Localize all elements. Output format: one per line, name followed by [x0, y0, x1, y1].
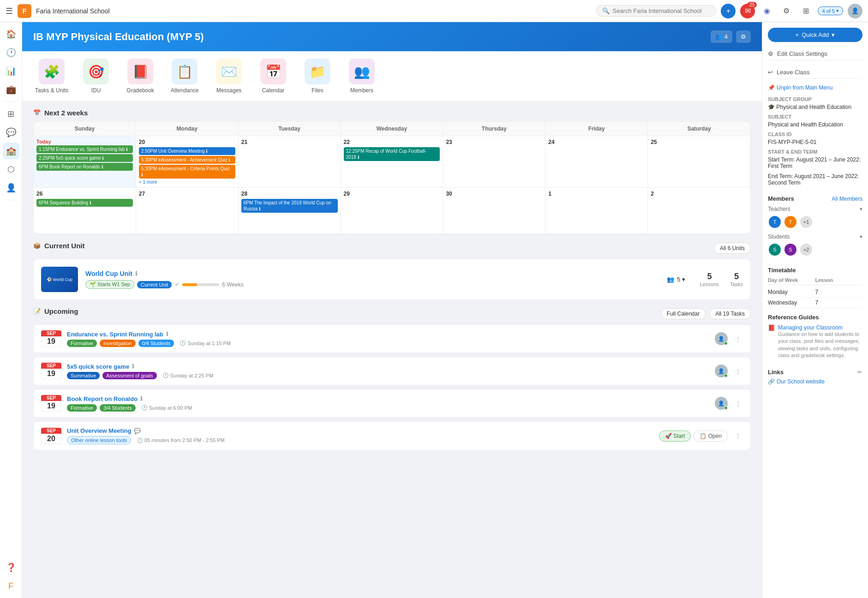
- task-name-2[interactable]: 5x5 quick score game ℹ: [67, 363, 709, 370]
- task-more-menu-2[interactable]: ⋮: [733, 366, 743, 377]
- quick-link-messages[interactable]: ✉️ Messages: [210, 59, 247, 94]
- all-members-link[interactable]: All Members: [832, 196, 862, 202]
- task-more-menu-4[interactable]: ⋮: [733, 431, 743, 441]
- start-button[interactable]: 🚀 Start: [659, 431, 691, 442]
- upcoming-actions: Full Calendar All 19 Tasks: [661, 308, 751, 319]
- teachers-expand[interactable]: ▾: [860, 206, 862, 212]
- cal-day-number: 22: [344, 139, 440, 145]
- task-item: SEP 19 Endurance vs. Sprint Running lab …: [33, 324, 751, 353]
- task-day: 20: [41, 434, 61, 444]
- timetable-row-wednesday: Wednesday 7: [768, 298, 862, 308]
- full-calendar-btn[interactable]: Full Calendar: [661, 308, 706, 319]
- cal-event[interactable]: 5:30PM eAssessment - Achievement Quiz ℹ: [139, 156, 235, 164]
- task-time-2: 🕐 Sunday at 2:25 PM: [162, 372, 214, 378]
- cal-day-24: 24: [545, 136, 648, 188]
- quick-link-attendance[interactable]: 📋 Attendance: [166, 59, 203, 94]
- quick-link-gradebook[interactable]: 📕 Gradebook: [122, 59, 159, 94]
- class-settings-header-btn[interactable]: ⚙: [736, 30, 751, 43]
- cal-more-link[interactable]: + 1 more: [139, 179, 235, 185]
- search-bar[interactable]: 🔍: [596, 5, 716, 17]
- tag-investigation: Investigation: [100, 340, 136, 347]
- school-website-link[interactable]: 🔗 Our School website: [768, 378, 862, 385]
- cal-event[interactable]: 6PM Sequence Building ℹ: [36, 199, 133, 207]
- quick-link-files[interactable]: 📁 Files: [299, 59, 336, 94]
- sidebar-grid-icon[interactable]: ⊞: [3, 106, 19, 122]
- cal-col-wed: Wednesday: [341, 122, 443, 136]
- content-area: 📅 Next 2 weeks Sunday Monday Tuesday Wed…: [22, 102, 762, 461]
- chevron-down-icon: ▾: [836, 8, 839, 14]
- sidebar-person-icon[interactable]: 👤: [3, 179, 19, 196]
- cal-event[interactable]: 6PM The Impact of the 2018 World Cup on …: [241, 199, 338, 213]
- unpin-link[interactable]: 📌 Unpin from Main Menu: [768, 84, 862, 91]
- task-name-1[interactable]: Endurance vs. Sprint Running lab ℹ: [67, 331, 709, 338]
- task-info-icon: ℹ: [166, 331, 168, 337]
- sidebar-question-icon[interactable]: ❓: [3, 559, 19, 576]
- task-date-4: SEP 20: [41, 428, 61, 444]
- reference-guides-section: Reference Guides 📕 Managing your Classro…: [768, 314, 862, 363]
- all-units-button[interactable]: All 6 Units: [714, 243, 751, 254]
- notification-icon[interactable]: ◉: [760, 4, 774, 18]
- hamburger-icon[interactable]: ☰: [6, 6, 13, 16]
- calendar-label: Calendar: [262, 87, 285, 94]
- cal-day-number: 21: [241, 139, 338, 145]
- cal-day-23: 23: [443, 136, 545, 188]
- mail-badge-count: 25: [747, 2, 757, 8]
- add-button[interactable]: +: [721, 4, 736, 18]
- quick-link-members[interactable]: 👥 Members: [343, 59, 380, 94]
- task-date-3: SEP 19: [41, 395, 61, 412]
- sidebar-faria-icon[interactable]: F: [3, 578, 19, 594]
- sidebar-divider-2: [4, 200, 18, 200]
- task-time-1: 🕐 Sunday at 1:15 PM: [180, 340, 231, 346]
- leave-class-action[interactable]: ↩ Leave Class: [768, 66, 862, 79]
- sidebar-message-icon[interactable]: 💬: [3, 124, 19, 141]
- files-icon: 📁: [305, 59, 330, 84]
- clock-icon: 🕐: [162, 372, 169, 378]
- cal-event[interactable]: 5:30PM eAssessment - Criteria Points Qui…: [139, 165, 235, 179]
- quick-link-tasks[interactable]: 🧩 Tasks & Units: [33, 59, 70, 94]
- cal-event[interactable]: 6PM Book Report on Ronaldo ℹ: [36, 163, 133, 171]
- links-section: Links ✏ 🔗 Our School website: [768, 369, 862, 385]
- task-name-4[interactable]: Unit Overview Meeting 💬: [67, 427, 653, 434]
- quick-link-idu[interactable]: 🎯 IDU: [78, 59, 114, 94]
- sidebar-clock-icon[interactable]: 🕐: [3, 44, 19, 61]
- unit-thumbnail: ⚽ World Cup: [41, 267, 78, 292]
- cal-event[interactable]: 12:25PM Recap of World Cup Football- 201…: [344, 147, 440, 161]
- edit-class-settings-action[interactable]: ⚙ Edit Class Settings: [768, 48, 862, 60]
- apps-grid-icon[interactable]: ⊞: [798, 4, 813, 18]
- quick-link-calendar[interactable]: 📅 Calendar: [255, 59, 292, 94]
- settings-icon[interactable]: ⚙: [779, 4, 794, 18]
- task-month: SEP: [41, 363, 61, 369]
- sidebar-class-icon[interactable]: 🏫: [3, 143, 19, 159]
- sidebar-home-icon[interactable]: 🏠: [3, 26, 19, 42]
- nav-user-badge[interactable]: 4 of 5 ▾: [818, 6, 843, 15]
- links-edit-icon[interactable]: ✏: [857, 369, 862, 376]
- task-more-menu-1[interactable]: ⋮: [733, 334, 743, 344]
- sidebar-chart-icon[interactable]: 📊: [3, 63, 19, 79]
- online-indicator: [724, 406, 728, 410]
- current-unit-section: 📦 Current Unit All 6 Units ⚽ World Cup W…: [33, 242, 751, 300]
- search-input[interactable]: [612, 7, 710, 14]
- cal-event[interactable]: 2:50PM Unit Overview Meeting ℹ: [139, 147, 235, 155]
- ref-guide-title[interactable]: Managing your Classroom: [778, 324, 862, 331]
- cal-day-number: 20: [139, 139, 235, 145]
- user-avatar[interactable]: 👤: [848, 4, 862, 18]
- cal-event[interactable]: 2:25PM 5x5 quick score game ℹ: [36, 154, 133, 162]
- right-sidebar: + Quick Add ▾ ⚙ Edit Class Settings ↩ Le…: [762, 22, 868, 598]
- sidebar-briefcase-icon[interactable]: 💼: [3, 81, 19, 98]
- task-info-icon: 💬: [134, 428, 141, 434]
- cal-event[interactable]: 1:15PM Endurance vs. Sprint Running lab …: [36, 145, 133, 153]
- timetable-col-day: Day of Week: [768, 277, 815, 283]
- member-count-btn[interactable]: 👥 4: [711, 30, 732, 43]
- task-more-menu-3[interactable]: ⋮: [733, 398, 743, 409]
- mail-icon[interactable]: ✉ 25: [740, 4, 755, 18]
- task-name-3[interactable]: Book Report on Ronaldo ℹ: [67, 395, 709, 402]
- ref-guide-item: 📕 Managing your Classroom Guidance on ho…: [768, 324, 862, 359]
- quick-add-button[interactable]: + Quick Add ▾: [768, 28, 862, 42]
- unit-name[interactable]: World Cup Unit ℹ: [85, 270, 659, 277]
- sidebar-cube-icon[interactable]: ⬡: [3, 161, 19, 178]
- student-avatar-1: S: [768, 243, 782, 257]
- open-button[interactable]: 📋 Open: [694, 431, 728, 442]
- files-label: Files: [311, 87, 323, 94]
- all-tasks-btn[interactable]: All 19 Tasks: [709, 308, 751, 319]
- students-expand[interactable]: ▾: [860, 233, 862, 240]
